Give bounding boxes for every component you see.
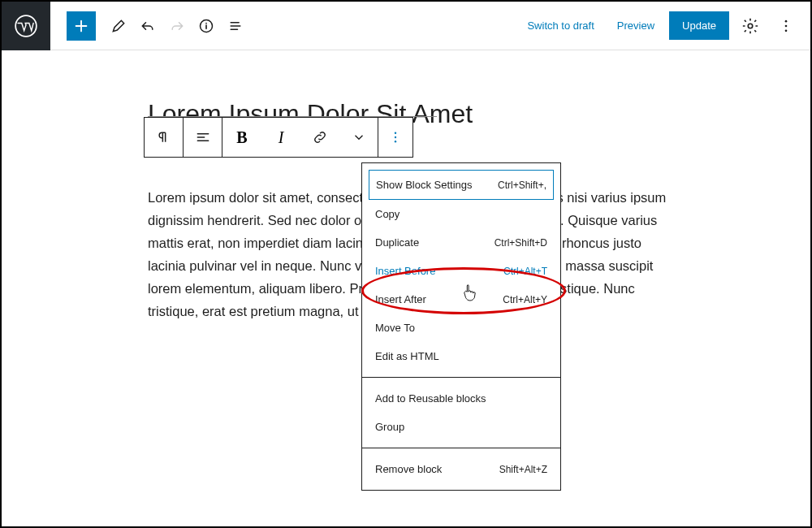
block-more-button[interactable] xyxy=(378,118,412,157)
kebab-icon xyxy=(778,18,794,34)
redo-icon xyxy=(169,18,185,34)
chevron-down-icon xyxy=(352,130,366,145)
preview-button[interactable]: Preview xyxy=(609,13,663,38)
menu-label: Add to Reusable blocks xyxy=(375,392,486,405)
wordpress-icon xyxy=(15,15,37,37)
svg-point-3 xyxy=(785,19,788,22)
menu-remove-block[interactable]: Remove block Shift+Alt+Z xyxy=(369,455,554,483)
align-button[interactable] xyxy=(184,118,222,157)
align-left-icon xyxy=(195,129,211,145)
bold-icon: B xyxy=(236,128,247,147)
menu-group[interactable]: Group xyxy=(369,413,554,441)
undo-button[interactable] xyxy=(133,11,162,41)
svg-point-6 xyxy=(395,132,396,134)
menu-label: Insert After xyxy=(375,293,426,305)
list-icon xyxy=(227,18,244,34)
header-actions: Switch to draft Preview Update xyxy=(519,11,810,41)
menu-shortcut: Ctrl+Shift+D xyxy=(495,237,547,249)
undo-icon xyxy=(140,18,156,34)
svg-point-2 xyxy=(748,24,753,28)
menu-label: Remove block xyxy=(375,463,442,475)
menu-shortcut: Shift+Alt+Z xyxy=(499,464,547,475)
pencil-icon xyxy=(110,18,127,34)
menu-insert-after[interactable]: Insert After Ctrl+Alt+Y xyxy=(369,285,554,314)
menu-add-to-reusable[interactable]: Add to Reusable blocks xyxy=(369,384,554,413)
block-options-menu: Show Block Settings Ctrl+Shift+, Copy Du… xyxy=(361,162,561,491)
svg-point-7 xyxy=(395,136,396,138)
link-button[interactable] xyxy=(300,118,339,157)
details-button[interactable] xyxy=(192,11,221,41)
bold-button[interactable]: B xyxy=(222,118,261,157)
editor-top-bar: Switch to draft Preview Update xyxy=(2,2,810,50)
plus-icon xyxy=(72,17,90,35)
svg-point-4 xyxy=(785,24,788,27)
menu-label: Group xyxy=(375,421,404,433)
wordpress-logo[interactable] xyxy=(2,2,50,50)
options-button[interactable] xyxy=(771,11,801,41)
menu-label: Show Block Settings xyxy=(376,179,473,191)
outline-button[interactable] xyxy=(221,11,250,41)
kebab-icon xyxy=(388,130,403,145)
add-block-button[interactable] xyxy=(67,11,96,41)
menu-label: Move To xyxy=(375,322,415,334)
italic-button[interactable]: I xyxy=(261,118,300,157)
menu-insert-before[interactable]: Insert Before Ctrl+Alt+T xyxy=(369,257,554,285)
menu-edit-as-html[interactable]: Edit as HTML xyxy=(369,342,554,370)
update-button[interactable]: Update xyxy=(669,11,729,40)
italic-icon: I xyxy=(279,128,284,147)
block-type-button[interactable] xyxy=(145,118,184,157)
menu-label: Copy xyxy=(375,208,400,220)
svg-point-8 xyxy=(395,141,396,142)
menu-shortcut: Ctrl+Alt+T xyxy=(503,266,547,277)
menu-copy[interactable]: Copy xyxy=(369,200,554,228)
gear-icon xyxy=(741,17,759,35)
menu-show-block-settings[interactable]: Show Block Settings Ctrl+Shift+, xyxy=(369,170,554,200)
switch-to-draft-button[interactable]: Switch to draft xyxy=(519,13,602,38)
menu-move-to[interactable]: Move To xyxy=(369,314,554,342)
block-toolbar: B I xyxy=(144,117,413,158)
document-tools xyxy=(50,11,250,41)
redo-button xyxy=(162,11,192,41)
menu-shortcut: Ctrl+Shift+, xyxy=(498,180,546,191)
edit-mode-button[interactable] xyxy=(104,11,133,41)
menu-label: Edit as HTML xyxy=(375,350,439,362)
menu-duplicate[interactable]: Duplicate Ctrl+Shift+D xyxy=(369,228,554,257)
paragraph-icon xyxy=(156,129,172,145)
menu-label: Insert Before xyxy=(375,265,435,277)
info-icon xyxy=(198,18,214,34)
menu-label: Duplicate xyxy=(375,236,419,249)
settings-button[interactable] xyxy=(736,11,765,41)
menu-shortcut: Ctrl+Alt+Y xyxy=(503,294,547,305)
more-rich-text-button[interactable] xyxy=(339,118,378,157)
link-icon xyxy=(312,129,328,145)
svg-point-5 xyxy=(785,29,788,32)
